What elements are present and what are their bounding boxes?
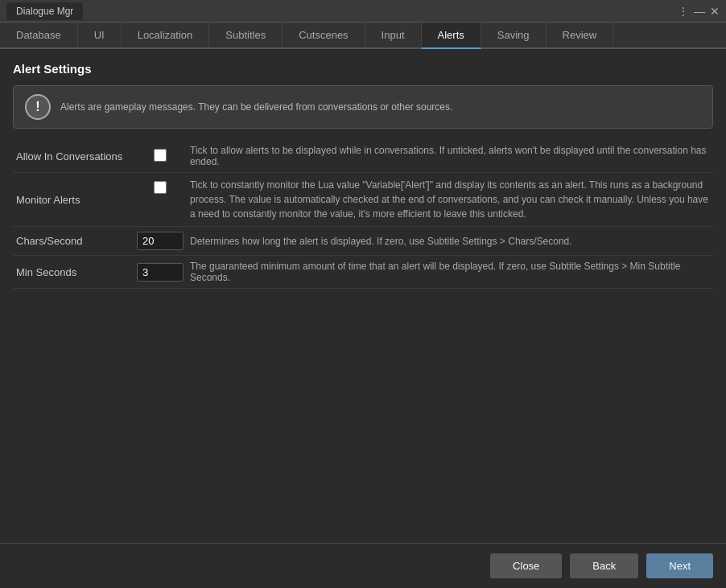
row-chars-per-second: Chars/Second Determines how long the ale… bbox=[13, 227, 713, 256]
chars-per-second-input[interactable] bbox=[137, 232, 184, 250]
settings-table: Allow In Conversations Tick to allow ale… bbox=[13, 140, 713, 289]
min-seconds-input[interactable] bbox=[137, 263, 184, 282]
tab-review[interactable]: Review bbox=[547, 23, 614, 47]
tab-database[interactable]: Database bbox=[0, 23, 78, 47]
window-title-tab: Dialogue Mgr bbox=[6, 2, 83, 20]
close-window-icon[interactable]: ✕ bbox=[710, 5, 720, 18]
chars-per-second-value-cell bbox=[134, 227, 187, 256]
close-button[interactable]: Close bbox=[490, 553, 562, 578]
tab-input[interactable]: Input bbox=[365, 23, 422, 47]
row-monitor-alerts: Monitor Alerts Tick to constantly monito… bbox=[13, 173, 713, 227]
row-allow-in-conversations: Allow In Conversations Tick to allow ale… bbox=[13, 140, 713, 173]
tab-localization[interactable]: Localization bbox=[122, 23, 210, 47]
info-text: Alerts are gameplay messages. They can b… bbox=[60, 101, 452, 113]
min-seconds-value-cell bbox=[134, 256, 187, 289]
info-icon: ! bbox=[25, 94, 51, 120]
content-area: Alert Settings ! Alerts are gameplay mes… bbox=[0, 49, 726, 543]
title-controls: ⋮ — ✕ bbox=[678, 5, 720, 18]
allow-in-conversations-checkbox[interactable] bbox=[154, 149, 167, 162]
row-min-seconds: Min Seconds The guaranteed minimum amoun… bbox=[13, 256, 713, 289]
tab-saving[interactable]: Saving bbox=[481, 23, 547, 47]
monitor-alerts-desc: Tick to constantly monitor the Lua value… bbox=[187, 173, 713, 227]
chars-per-second-desc: Determines how long the alert is display… bbox=[187, 227, 713, 256]
back-button[interactable]: Back bbox=[570, 553, 638, 578]
allow-in-conversations-checkbox-cell bbox=[134, 140, 187, 173]
next-button[interactable]: Next bbox=[646, 553, 713, 578]
minimize-icon[interactable]: — bbox=[694, 5, 705, 18]
section-title: Alert Settings bbox=[13, 62, 713, 76]
monitor-alerts-checkbox[interactable] bbox=[154, 181, 167, 194]
monitor-alerts-checkbox-cell bbox=[134, 173, 187, 227]
menu-icon[interactable]: ⋮ bbox=[678, 5, 689, 18]
min-seconds-desc: The guaranteed minimum amount of time th… bbox=[187, 256, 713, 289]
min-seconds-label: Min Seconds bbox=[13, 256, 134, 289]
main-window: Dialogue Mgr ⋮ — ✕ Database UI Localizat… bbox=[0, 0, 726, 588]
info-box: ! Alerts are gameplay messages. They can… bbox=[13, 85, 713, 129]
monitor-alerts-label: Monitor Alerts bbox=[13, 173, 134, 227]
bottom-bar: Close Back Next bbox=[0, 543, 726, 588]
tab-alerts[interactable]: Alerts bbox=[422, 23, 481, 49]
chars-per-second-label: Chars/Second bbox=[13, 227, 134, 256]
allow-in-conversations-desc: Tick to allow alerts to be displayed whi… bbox=[187, 140, 713, 173]
title-bar: Dialogue Mgr ⋮ — ✕ bbox=[0, 0, 726, 23]
tab-ui[interactable]: UI bbox=[78, 23, 122, 47]
tab-bar: Database UI Localization Subtitles Cutsc… bbox=[0, 23, 726, 49]
allow-in-conversations-label: Allow In Conversations bbox=[13, 140, 134, 173]
tab-cutscenes[interactable]: Cutscenes bbox=[283, 23, 365, 47]
tab-subtitles[interactable]: Subtitles bbox=[209, 23, 283, 47]
